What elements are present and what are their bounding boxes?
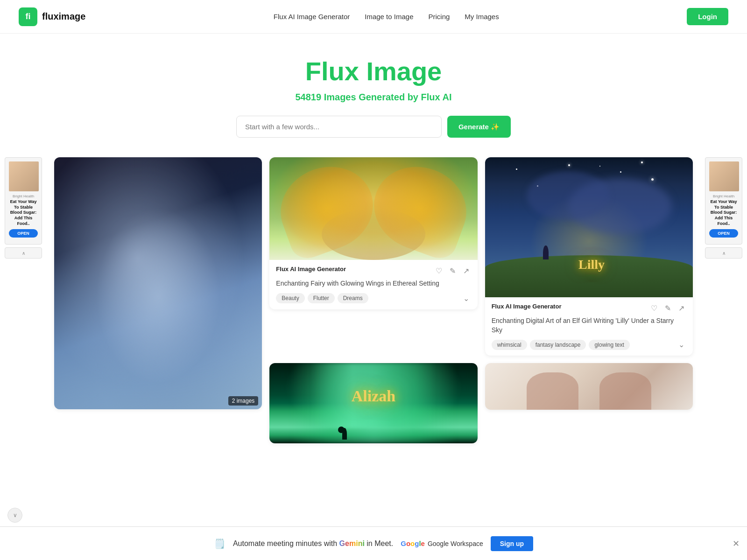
lilly-description: Enchanting Digital Art of an Elf Girl Wr… bbox=[492, 316, 686, 335]
expand-tags-lilly[interactable]: ⌄ bbox=[677, 339, 686, 350]
generate-button[interactable]: Generate ✨ bbox=[447, 116, 511, 138]
image-count-badge: 2 images bbox=[228, 396, 259, 406]
ad-image-right bbox=[709, 161, 739, 191]
fairy-wings-source: Flux AI Image Generator bbox=[276, 266, 346, 273]
card-fairy-wings: Flux AI Image Generator ♡ ✎ ↗ Enchanting… bbox=[269, 157, 477, 309]
nav-link-my-images[interactable]: My Images bbox=[465, 13, 499, 21]
image-grid: 2 images Flux AI Image Generator ♡ bbox=[54, 157, 693, 443]
search-input[interactable] bbox=[236, 116, 442, 138]
lilly-source: Flux AI Image Generator bbox=[492, 303, 562, 310]
fairy-wings-actions: ♡ ✎ ↗ bbox=[434, 266, 471, 276]
tag-whimsical[interactable]: whimsical bbox=[492, 340, 527, 350]
lilly-text: Lilly bbox=[578, 257, 605, 272]
tag-flutter[interactable]: Flutter bbox=[308, 293, 335, 303]
card-hands bbox=[485, 363, 693, 410]
ad-box-left: Bright Health Eat Your Way To Stable Blo… bbox=[5, 157, 42, 245]
card-alizah: Alizah bbox=[269, 363, 477, 443]
share-button-lilly[interactable]: ↗ bbox=[677, 303, 686, 314]
expand-tags-fairy[interactable]: ⌄ bbox=[461, 293, 471, 304]
alizah-text: Alizah bbox=[352, 387, 395, 405]
tag-dreams[interactable]: Dreams bbox=[338, 293, 368, 303]
ad-title-right: Eat Your Way To Stable Blood Sugar: Add … bbox=[709, 199, 738, 226]
ad-title-left: Eat Your Way To Stable Blood Sugar: Add … bbox=[9, 199, 38, 226]
heart-button-fairy[interactable]: ♡ bbox=[434, 266, 444, 276]
fairy-wings-image bbox=[269, 157, 477, 260]
fairy-wings-description: Enchanting Fairy with Glowing Wings in E… bbox=[276, 279, 471, 288]
logo-name: fluximage bbox=[42, 11, 85, 22]
nav-links: Flux AI Image Generator Image to Image P… bbox=[274, 13, 499, 21]
card-lilly: Lilly Flux AI Image Generator ♡ ✎ ↗ Ench… bbox=[485, 157, 693, 356]
ad-brand-right: Bright Health bbox=[709, 194, 738, 198]
image-count: 54819 bbox=[296, 92, 322, 102]
fairy-wings-meta: Flux AI Image Generator ♡ ✎ ↗ Enchanting… bbox=[269, 260, 477, 309]
lilly-tags: whimsical fantasy landscape glowing text… bbox=[492, 339, 686, 350]
hands-image bbox=[485, 363, 693, 410]
alizah-image: Alizah bbox=[269, 363, 477, 443]
hero-subtitle: 54819 Images Generated by Flux AI bbox=[9, 92, 738, 103]
search-row: Generate ✨ bbox=[9, 116, 738, 138]
ad-sidebar-right: Bright Health Eat Your Way To Stable Blo… bbox=[700, 153, 747, 448]
nav-link-generator[interactable]: Flux AI Image Generator bbox=[274, 13, 350, 21]
tag-glowing-text[interactable]: glowing text bbox=[589, 340, 629, 350]
edit-button-lilly[interactable]: ✎ bbox=[663, 303, 673, 314]
login-button[interactable]: Login bbox=[687, 8, 728, 25]
ad-image-left bbox=[9, 161, 39, 191]
logo-icon: fi bbox=[19, 7, 37, 26]
ad-open-button-left[interactable]: OPEN bbox=[9, 229, 38, 238]
share-button-fairy[interactable]: ↗ bbox=[461, 266, 471, 276]
nav-link-image-to-image[interactable]: Image to Image bbox=[365, 13, 413, 21]
ad-sidebar-left: Bright Health Eat Your Way To Stable Blo… bbox=[0, 153, 47, 448]
edit-button-fairy[interactable]: ✎ bbox=[448, 266, 458, 276]
nav-link-pricing[interactable]: Pricing bbox=[428, 13, 450, 21]
ad-box-right: Bright Health Eat Your Way To Stable Blo… bbox=[705, 157, 742, 245]
elf-portrait-image: 2 images bbox=[54, 157, 262, 409]
card-elf-portrait: 2 images bbox=[54, 157, 262, 409]
ad-scroll-up-left[interactable]: ∧ bbox=[5, 247, 42, 259]
hero-title: Flux Image bbox=[9, 56, 738, 86]
lilly-image: Lilly bbox=[485, 157, 693, 297]
page-body: Bright Health Eat Your Way To Stable Blo… bbox=[0, 153, 747, 448]
main-content: 2 images Flux AI Image Generator ♡ bbox=[47, 153, 700, 448]
ad-scroll-up-right[interactable]: ∧ bbox=[705, 247, 742, 259]
lilly-actions: ♡ ✎ ↗ bbox=[649, 303, 686, 314]
ad-brand-left: Bright Health bbox=[9, 194, 38, 198]
hero-section: Flux Image 54819 Images Generated by Flu… bbox=[0, 34, 747, 153]
tag-beauty[interactable]: Beauty bbox=[276, 293, 304, 303]
navbar: fi fluximage Flux AI Image Generator Ima… bbox=[0, 0, 747, 34]
logo-link[interactable]: fi fluximage bbox=[19, 7, 85, 26]
heart-button-lilly[interactable]: ♡ bbox=[649, 303, 659, 314]
lilly-meta: Flux AI Image Generator ♡ ✎ ↗ Enchanting… bbox=[485, 297, 693, 356]
tag-fantasy-landscape[interactable]: fantasy landscape bbox=[530, 340, 586, 350]
ad-open-button-right[interactable]: OPEN bbox=[709, 229, 738, 238]
fairy-wings-tags: Beauty Flutter Dreams ⌄ bbox=[276, 293, 471, 304]
